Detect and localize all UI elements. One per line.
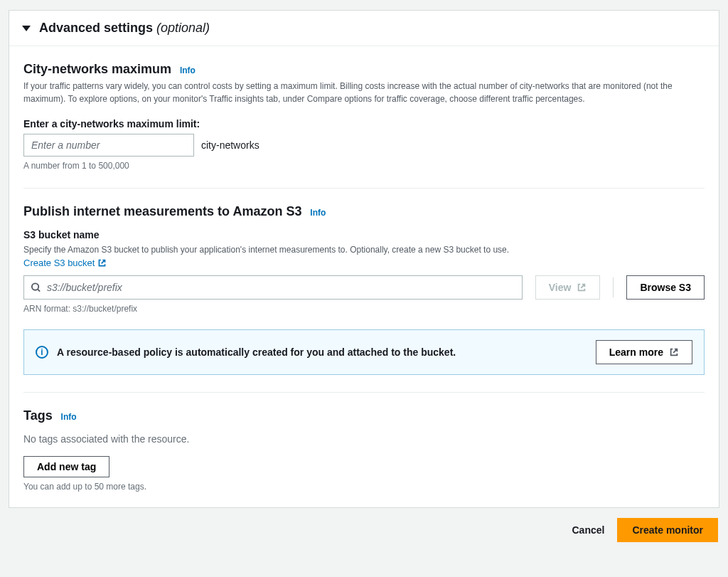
external-link-icon	[669, 347, 679, 357]
city-networks-field-label: Enter a city-networks maximum limit:	[23, 118, 705, 129]
city-networks-section: City-networks maximum Info If your traff…	[9, 46, 719, 171]
create-s3-bucket-text: Create S3 bucket	[23, 258, 95, 268]
tags-section: Tags Info No tags associated with the re…	[9, 393, 719, 507]
view-button-label: View	[549, 282, 572, 293]
s3-heading: Publish internet measurements to Amazon …	[23, 204, 301, 219]
city-networks-suffix: city-networks	[201, 139, 259, 151]
footer: Cancel Create monitor	[0, 508, 728, 549]
search-icon	[31, 282, 41, 293]
city-networks-info-link[interactable]: Info	[180, 65, 196, 75]
s3-bucket-label: S3 bucket name	[23, 229, 705, 240]
city-networks-hint: A number from 1 to 500,000	[23, 161, 705, 171]
s3-arn-hint: ARN format: s3://bucket/prefix	[23, 304, 705, 314]
browse-s3-button[interactable]: Browse S3	[626, 275, 705, 300]
vertical-separator	[613, 277, 614, 297]
tags-info-link[interactable]: Info	[61, 412, 77, 422]
s3-bucket-input[interactable]	[23, 275, 523, 300]
city-networks-description: If your traffic patterns vary widely, yo…	[23, 80, 705, 105]
learn-more-label: Learn more	[609, 346, 663, 358]
s3-input-wrapper	[23, 275, 523, 300]
s3-bucket-desc: Specify the Amazon S3 bucket to publish …	[23, 243, 705, 256]
external-link-icon	[577, 282, 587, 292]
caret-down-icon	[22, 26, 31, 31]
create-s3-bucket-link[interactable]: Create S3 bucket	[23, 258, 107, 268]
advanced-settings-panel: Advanced settings (optional) City-networ…	[9, 10, 719, 508]
cancel-button[interactable]: Cancel	[572, 524, 605, 536]
add-new-tag-button[interactable]: Add new tag	[23, 456, 109, 477]
panel-title: Advanced settings (optional)	[39, 21, 210, 36]
svg-point-0	[32, 283, 38, 290]
external-link-icon	[97, 258, 107, 268]
tags-empty-text: No tags associated with the resource.	[23, 433, 705, 445]
panel-header[interactable]: Advanced settings (optional)	[9, 11, 719, 46]
panel-title-text: Advanced settings	[39, 21, 153, 35]
city-networks-heading: City-networks maximum	[23, 62, 171, 77]
view-button[interactable]: View	[535, 275, 601, 300]
tags-heading: Tags	[23, 408, 53, 423]
learn-more-button[interactable]: Learn more	[596, 340, 692, 364]
policy-info-box: i A resource-based policy is automatical…	[23, 329, 705, 375]
s3-section: Publish internet measurements to Amazon …	[9, 189, 719, 375]
info-icon: i	[36, 346, 48, 359]
city-networks-input[interactable]	[23, 134, 194, 157]
create-monitor-button[interactable]: Create monitor	[617, 518, 718, 542]
s3-info-link[interactable]: Info	[310, 208, 326, 218]
policy-info-text: A resource-based policy is automatically…	[57, 346, 456, 358]
tags-hint: You can add up to 50 more tags.	[23, 482, 705, 492]
panel-optional-label: (optional)	[156, 21, 210, 35]
